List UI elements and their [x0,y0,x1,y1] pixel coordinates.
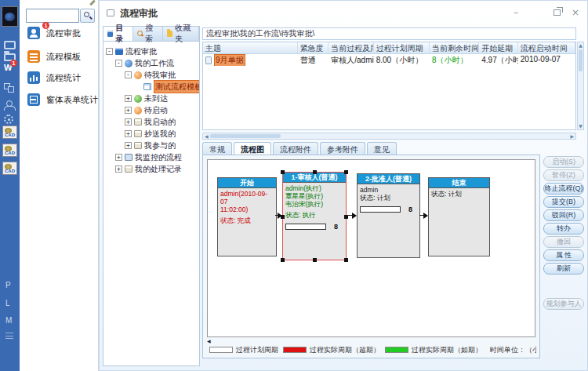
scroll-right-icon[interactable]: ▶ [570,133,574,140]
withdraw-button[interactable]: 撤回 [543,236,584,248]
expander[interactable]: + [125,130,132,137]
expander[interactable]: + [115,165,122,173]
edit-icon[interactable] [89,0,96,5]
monitor-icon[interactable] [4,41,16,49]
table-vertical-scrollbar[interactable]: ▲ ▼ [577,42,584,130]
nav-item-process-stats[interactable]: 流程统计 [27,70,81,85]
expander[interactable]: + [125,118,132,125]
tab-favorites[interactable]: 收藏夹 [163,27,199,41]
flow-canvas[interactable]: 开始 admin(2010-09-07 11:02:00) 状态: 完成 1-审… [207,159,535,337]
selection-handle[interactable] [344,258,348,262]
scroll-thumb[interactable] [579,49,583,71]
app-rail: W 1 CAD CAD CAD P L M [0,0,20,371]
tab-opinions[interactable]: 意见 [367,142,397,155]
submit-button[interactable]: 提交(B) [543,196,584,208]
main-window: 流程审批 – × 目录 搜索 收藏夹 -流程审批 -我的工作流 -待我审批 测试… [99,0,588,371]
tree-tab-strip: 目录 搜索 收藏夹 [103,27,199,42]
tree-node-pending-start[interactable]: +待启动 [105,104,198,116]
expander[interactable]: + [115,154,122,161]
terminate-flow-button[interactable]: 终止流程(Q) [543,183,584,195]
tab-process-attachments[interactable]: 流程附件 [273,142,318,155]
tab-general[interactable]: 常规 [202,142,232,155]
col-planned-period[interactable]: 过程计划周期 [374,42,430,53]
restore-button[interactable] [554,9,561,16]
canvas-horizontal-scrollbar[interactable]: ◀ [207,338,535,344]
legend-label: 过程实际周期（如期） [412,345,482,355]
flow-node-start[interactable]: 开始 admin(2010-09-07 11:02:00) 状态: 完成 [217,177,277,256]
tree-node-cc-to-me[interactable]: +抄送我的 [105,128,198,140]
form-stats-icon [27,93,40,106]
gear-icon[interactable] [4,115,13,124]
tree-node-participated[interactable]: +我参与的 [105,140,198,151]
reject-button[interactable]: 驳回(R) [543,209,584,221]
refresh-button[interactable]: 刷新 [543,263,584,275]
expander[interactable]: - [106,48,113,55]
rail-letter-l[interactable]: L [5,299,10,307]
search-button[interactable] [80,9,95,23]
module-search-input[interactable] [26,9,79,23]
tree-node-monitored-flows[interactable]: +我监控的流程 [105,151,198,163]
tree-node-test-template[interactable]: 测试流程模板(1) [105,81,198,93]
start-button[interactable]: 启动(S) [543,156,584,168]
nav-item-form-stats[interactable]: 窗体表单统计 [27,92,98,107]
tree-node-my-records[interactable]: +我的处理记录 [105,163,198,175]
tree-node-started-by-me[interactable]: +我启动的 [105,116,198,128]
selection-handle[interactable] [313,170,317,174]
scroll-left-icon[interactable]: ◀ [207,338,211,344]
scroll-up-icon[interactable]: ▲ [579,42,583,48]
nav-item-process-approval[interactable]: 1 流程审批 [27,25,81,41]
tab-directory[interactable]: 目录 [103,27,133,41]
tab-reference-attachments[interactable]: 参考附件 [320,142,365,155]
tab-flow-diagram[interactable]: 流程图 [234,142,271,155]
cad-app-icon-1[interactable]: CAD [2,125,17,139]
selection-handle[interactable] [344,170,348,174]
tree-node-my-workflow[interactable]: -我的工作流 [105,57,198,69]
rail-letter-p[interactable]: P [5,281,11,289]
selection-handle[interactable] [281,170,285,174]
nav-item-process-template[interactable]: 流程模板 [27,49,81,64]
col-subject[interactable]: 主题 [203,42,298,53]
cell-start-time: 2010-09-07 [518,54,575,66]
tree-node-process-approval[interactable]: -流程审批 [105,45,198,57]
expander[interactable]: - [115,60,122,67]
template-page-icon [143,83,151,90]
col-start-time[interactable]: 流程启动时间 [518,42,575,53]
cell-start-delay: 4.97（小时） [479,54,518,66]
menu-icon[interactable] [5,333,13,339]
selection-handle[interactable] [313,258,317,262]
close-button[interactable]: × [572,7,579,18]
selection-handle[interactable] [281,258,285,262]
expander[interactable]: + [125,107,132,114]
expander[interactable]: + [125,142,132,149]
transfer-button[interactable]: 转办 [543,223,584,235]
col-urgency[interactable]: 紧急度 [298,42,329,53]
flow-arrow [275,215,281,216]
scroll-thumb[interactable] [210,134,281,138]
workflow-icon [125,60,132,67]
flow-node-end[interactable]: 结束 状态: 计划 [428,177,490,256]
plan-participants-button[interactable]: 规划参与人 [543,298,584,310]
users-icon[interactable] [4,100,16,111]
tab-search[interactable]: 搜索 [133,27,163,41]
cad-app-icon-3[interactable]: CAD [2,162,17,175]
tree-node-label: 抄送我的 [144,128,176,140]
flow-node-approver[interactable]: 2-批准人(普通) admin 状态: 计划 8 [357,173,420,258]
flow-node-reviewer[interactable]: 1-审核人(普通) admin(执行) 覃星星(执行) 韦治宋(执行) 状态: … [282,172,347,260]
pause-button[interactable]: 暂停(Z) [543,169,584,181]
expander[interactable]: - [125,71,132,78]
copy-squares-icon[interactable] [4,83,16,93]
table-horizontal-scrollbar[interactable]: ◀ ▶ [202,133,576,140]
minimize-button[interactable]: – [514,7,518,18]
rail-letter-m[interactable]: M [5,316,12,325]
tree-node-pending-my-approval[interactable]: -待我审批 [105,69,198,81]
col-start-delay[interactable]: 开始延期 [479,42,518,53]
tree-node-not-arrived[interactable]: +未到达 [105,93,198,104]
cad-app-icon-2[interactable]: CAD [2,144,17,157]
col-remaining-time[interactable]: 当前剩余时间 [430,42,479,53]
properties-button[interactable]: 属 性 [543,249,584,261]
table-row[interactable]: 9月单据 普通 审核人/admin,覃星... 8.00（小时） 8（小时） 4… [203,54,575,66]
expander[interactable]: + [125,95,132,102]
col-current-process[interactable]: 当前过程及用户 [328,42,373,53]
scroll-left-icon[interactable]: ◀ [205,133,209,140]
scroll-down-icon[interactable]: ▼ [578,123,583,129]
